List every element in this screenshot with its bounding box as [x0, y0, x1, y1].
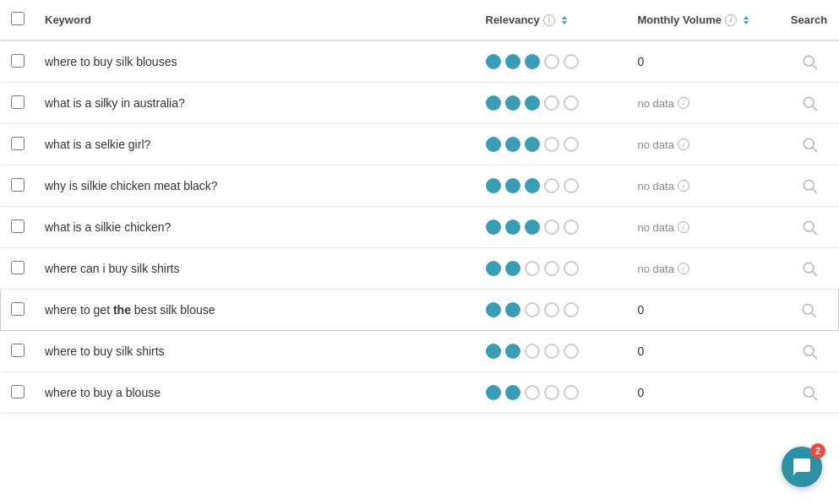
dot-filled — [525, 219, 540, 235]
keyword-cell: where to buy silk blouses — [35, 41, 476, 83]
keyword-text: where to buy a blouse — [45, 386, 161, 399]
dots-container — [486, 137, 618, 152]
chat-icon — [792, 457, 812, 477]
volume-number: 0 — [638, 303, 645, 317]
svg-line-9 — [812, 230, 816, 235]
table-row: why is silkie chicken meat black?no data… — [1, 165, 839, 207]
chat-bubble-button[interactable]: 2 — [782, 447, 822, 487]
row-checkbox-cell — [1, 41, 35, 83]
keyword-table-container: Keyword Relevancy i — [0, 0, 839, 414]
dot-empty — [564, 178, 579, 193]
no-data-info-icon[interactable]: i — [678, 138, 689, 150]
row-checkbox[interactable] — [11, 219, 25, 233]
table-body: where to buy silk blouses0what is a silk… — [1, 41, 839, 414]
relevancy-cell — [476, 165, 628, 207]
dot-empty — [544, 261, 559, 276]
row-checkbox-cell — [1, 290, 35, 331]
search-icon-button[interactable] — [790, 384, 829, 401]
dots-container — [486, 261, 618, 276]
row-checkbox-cell — [1, 124, 35, 165]
dot-empty — [544, 54, 559, 69]
search-icon-button[interactable] — [790, 177, 829, 194]
search-header-label: Search — [791, 14, 827, 26]
svg-line-15 — [812, 355, 816, 359]
table-row: where to buy silk blouses0 — [1, 41, 839, 83]
row-checkbox[interactable] — [11, 344, 25, 357]
row-checkbox[interactable] — [11, 302, 25, 316]
volume-cell: 0 — [628, 290, 780, 331]
dot-filled — [525, 178, 540, 193]
dot-empty — [525, 344, 540, 359]
dot-filled — [486, 219, 501, 235]
search-icon — [801, 136, 818, 153]
volume-cell: no datai — [628, 248, 780, 290]
dot-filled — [525, 137, 540, 152]
volume-value-container: no datai — [638, 221, 770, 234]
table-header-row: Keyword Relevancy i — [1, 0, 839, 41]
search-icon-button[interactable] — [790, 301, 829, 318]
row-checkbox[interactable] — [11, 54, 25, 68]
keyword-header-label: Keyword — [45, 14, 91, 26]
search-cell — [780, 331, 839, 372]
table-row: where to get the best silk blouse0 — [1, 290, 839, 331]
header-checkbox-cell — [1, 0, 35, 41]
row-checkbox[interactable] — [11, 178, 25, 192]
search-icon — [801, 95, 818, 111]
search-cell — [780, 207, 839, 248]
row-checkbox[interactable] — [11, 261, 25, 274]
search-icon — [801, 260, 818, 277]
volume-number: 0 — [638, 344, 645, 358]
dot-empty — [544, 302, 559, 317]
dot-filled — [505, 178, 520, 193]
search-icon — [800, 301, 817, 318]
keyword-cell: where can i buy silk shirts — [35, 248, 476, 290]
svg-line-3 — [812, 106, 816, 111]
row-checkbox[interactable] — [11, 95, 25, 109]
volume-sort-icon[interactable] — [740, 14, 752, 26]
no-data-label: no data — [638, 180, 674, 192]
search-icon — [801, 384, 818, 401]
dot-filled — [486, 137, 501, 152]
svg-line-13 — [812, 313, 816, 317]
search-icon-button[interactable] — [790, 136, 829, 153]
search-icon-button[interactable] — [790, 95, 829, 111]
row-checkbox[interactable] — [11, 137, 25, 150]
volume-value-container: no datai — [638, 263, 770, 275]
relevancy-info-icon[interactable]: i — [543, 14, 555, 26]
dot-filled — [486, 385, 501, 400]
volume-cell: no datai — [628, 207, 780, 248]
no-data-info-icon[interactable]: i — [678, 97, 689, 109]
dot-empty — [525, 385, 540, 400]
dot-empty — [544, 137, 559, 152]
table-row: where to buy silk shirts0 — [1, 331, 839, 372]
no-data-info-icon[interactable]: i — [678, 263, 689, 274]
relevancy-sort-icon[interactable] — [558, 14, 570, 26]
header-relevancy: Relevancy i — [476, 0, 628, 41]
search-cell — [780, 248, 839, 290]
dot-filled — [525, 95, 540, 111]
search-icon-button[interactable] — [790, 219, 829, 236]
keyword-text: where to buy silk shirts — [45, 344, 165, 358]
relevancy-cell — [476, 331, 628, 372]
search-icon-button[interactable] — [790, 260, 829, 277]
search-icon-button[interactable] — [790, 343, 829, 360]
dot-filled — [486, 95, 501, 111]
svg-line-1 — [812, 65, 816, 69]
no-data-info-icon[interactable]: i — [678, 180, 689, 192]
dot-filled — [505, 219, 520, 235]
relevancy-cell — [476, 207, 628, 248]
dot-empty — [564, 385, 579, 400]
keyword-cell: why is silkie chicken meat black? — [35, 165, 476, 207]
dots-container — [486, 219, 618, 235]
dot-filled — [486, 344, 501, 359]
search-cell — [780, 83, 839, 124]
row-checkbox[interactable] — [11, 385, 25, 398]
select-all-checkbox[interactable] — [11, 12, 25, 25]
search-icon — [801, 343, 818, 360]
no-data-info-icon[interactable]: i — [678, 221, 689, 233]
svg-line-7 — [812, 189, 816, 193]
volume-info-icon[interactable]: i — [725, 14, 737, 26]
search-icon — [801, 53, 818, 70]
search-icon-button[interactable] — [790, 53, 829, 70]
dot-filled — [486, 261, 501, 276]
